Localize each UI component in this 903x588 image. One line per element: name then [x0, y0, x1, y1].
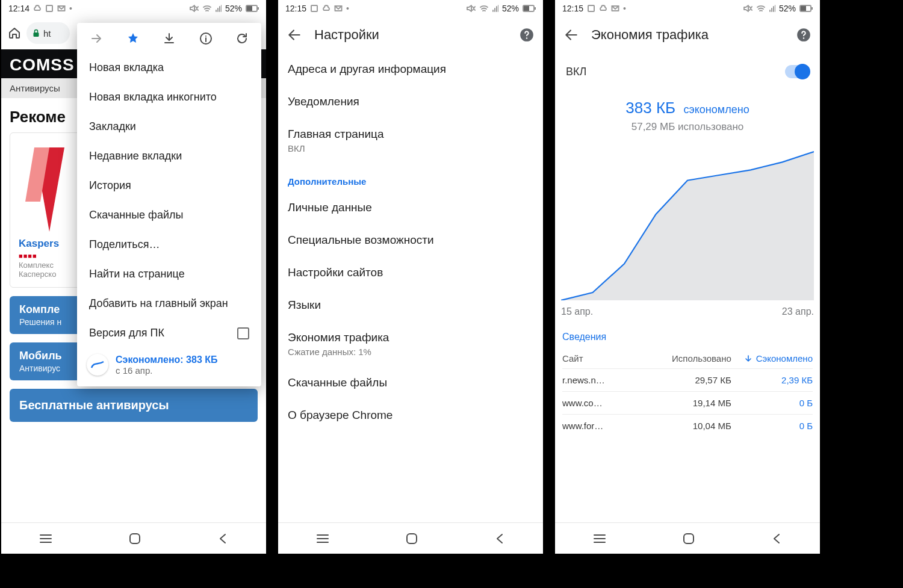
star-icon[interactable]: [125, 30, 141, 47]
battery-pct: 52%: [779, 4, 796, 13]
menu-data-saver[interactable]: Сэкономлено: 383 КБ с 16 апр.: [77, 348, 261, 384]
settings-item[interactable]: Настройки сайтов: [278, 256, 543, 289]
nav-back-icon[interactable]: [494, 533, 506, 545]
nav-home-icon[interactable]: [405, 532, 418, 545]
forward-icon[interactable]: [88, 30, 105, 47]
screenshot-settings: 12:15 • 52% Настройки Адреса и другая ин…: [278, 0, 543, 554]
signal-icon: [492, 5, 498, 12]
svg-rect-17: [407, 534, 417, 543]
th-used: Использовано: [650, 353, 731, 364]
used-value: 57,29 МБ использовано: [561, 121, 814, 133]
image-icon: [587, 4, 595, 13]
data-saver-header: Экономия трафика: [555, 17, 820, 53]
wifi-icon: [202, 4, 212, 13]
svg-point-24: [803, 37, 804, 39]
omnibox-text: ht: [43, 28, 51, 39]
wifi-icon: [479, 4, 489, 13]
toggle-row[interactable]: ВКЛ: [555, 53, 820, 83]
menu-incognito[interactable]: Новая вкладка инкогнито: [77, 82, 261, 112]
chrome-overflow-menu: Новая вкладка Новая вкладка инкогнито За…: [77, 23, 261, 386]
svg-rect-3: [247, 6, 252, 11]
lock-icon: [33, 29, 40, 37]
product-logo: [16, 141, 70, 232]
system-navbar: [278, 522, 543, 554]
omnibox[interactable]: ht: [26, 22, 70, 44]
toggle-label: ВКЛ: [566, 66, 586, 78]
help-icon[interactable]: [796, 27, 811, 43]
battery-pct: 52%: [225, 4, 242, 13]
menu-find[interactable]: Найти на странице: [77, 259, 261, 289]
settings-item[interactable]: Адреса и другая информация: [278, 53, 543, 85]
back-icon[interactable]: [287, 27, 302, 43]
battery-icon: [523, 5, 536, 12]
settings-header: Настройки: [278, 17, 543, 53]
svg-rect-0: [46, 5, 52, 11]
wifi-icon: [756, 4, 766, 13]
menu-downloads[interactable]: Скачанные файлы: [77, 200, 261, 230]
svg-rect-9: [130, 534, 140, 543]
signal-icon: [769, 5, 775, 12]
menu-desktop-site[interactable]: Версия для ПК: [77, 318, 261, 348]
category-button-3[interactable]: Бесплатные антивирусы: [10, 389, 258, 422]
status-bar: 12:15 • 52%: [278, 0, 543, 17]
page-title: Настройки: [314, 27, 507, 43]
details-link[interactable]: Сведения: [555, 317, 820, 348]
cloud-icon: [599, 4, 607, 13]
screenshot-chrome-menu: 12:14 • 52% ht COMSS Антивирусы Рекоме K…: [1, 0, 266, 554]
date-to: 23 апр.: [782, 306, 814, 317]
table-header: Сайт Использовано Сэкономлено: [555, 348, 820, 368]
settings-item[interactable]: О браузере Chrome: [278, 399, 543, 432]
info-icon[interactable]: [197, 30, 214, 47]
nav-recents-icon[interactable]: [39, 533, 53, 544]
settings-item[interactable]: Главная страница ВКЛ: [278, 118, 543, 163]
svg-rect-13: [524, 6, 529, 11]
menu-bookmarks[interactable]: Закладки: [77, 112, 261, 141]
download-icon[interactable]: [161, 30, 178, 47]
arrow-down-icon: [744, 354, 752, 363]
back-icon[interactable]: [563, 27, 579, 43]
settings-item[interactable]: Специальные возможности: [278, 224, 543, 256]
date-from: 15 апр.: [561, 306, 593, 317]
table-row[interactable]: www.for…10,04 МБ0 Б: [555, 415, 820, 437]
menu-share[interactable]: Поделиться…: [77, 230, 261, 259]
screenshot-data-saver: 12:15 • 52% Экономия трафика ВКЛ 383 КБ …: [555, 0, 820, 554]
image-icon: [45, 4, 54, 13]
menu-history[interactable]: История: [77, 171, 261, 200]
clock: 12:15: [285, 4, 306, 13]
home-icon[interactable]: [7, 26, 22, 40]
mute-icon: [743, 4, 752, 13]
settings-item[interactable]: Уведомления: [278, 85, 543, 118]
menu-recent-tabs[interactable]: Недавние вкладки: [77, 141, 261, 171]
cloud-icon: [322, 4, 330, 13]
menu-new-tab[interactable]: Новая вкладка: [77, 53, 261, 82]
checkbox-icon[interactable]: [237, 327, 249, 339]
nav-recents-icon[interactable]: [315, 533, 330, 544]
th-saved[interactable]: Сэкономлено: [731, 353, 813, 364]
switch-on[interactable]: [785, 65, 809, 78]
mail-icon: [611, 4, 619, 13]
nav-back-icon[interactable]: [771, 533, 783, 545]
reload-icon[interactable]: [234, 30, 250, 47]
nav-home-icon[interactable]: [682, 532, 695, 545]
nav-recents-icon[interactable]: [592, 533, 607, 544]
nav-home-icon[interactable]: [128, 532, 141, 545]
settings-item[interactable]: Личные данные: [278, 191, 543, 224]
help-icon[interactable]: [519, 27, 535, 43]
table-row[interactable]: www.co…19,14 МБ0 Б: [555, 392, 820, 414]
nav-back-icon[interactable]: [217, 533, 229, 545]
saved-label: сэкономлено: [683, 104, 749, 116]
signal-icon: [216, 5, 222, 12]
settings-item[interactable]: Языки: [278, 289, 543, 321]
savings-figure: 383 КБ сэкономлено 57,29 МБ использовано: [561, 99, 814, 133]
settings-item[interactable]: Скачанные файлы: [278, 367, 543, 399]
status-bar: 12:15 • 52%: [555, 0, 820, 17]
table-row[interactable]: r.news.n…29,57 КБ2,39 КБ: [555, 369, 820, 391]
mail-icon: [57, 4, 66, 13]
menu-add-home[interactable]: Добавить на главный экран: [77, 289, 261, 318]
status-bar: 12:14 • 52%: [1, 0, 266, 17]
data-saver-icon: [87, 354, 108, 376]
page-title: Экономия трафика: [591, 27, 784, 43]
usage-chart: [561, 144, 814, 300]
settings-item[interactable]: Экономия трафика Сжатие данных: 1%: [278, 321, 543, 367]
cloud-icon: [33, 4, 42, 13]
